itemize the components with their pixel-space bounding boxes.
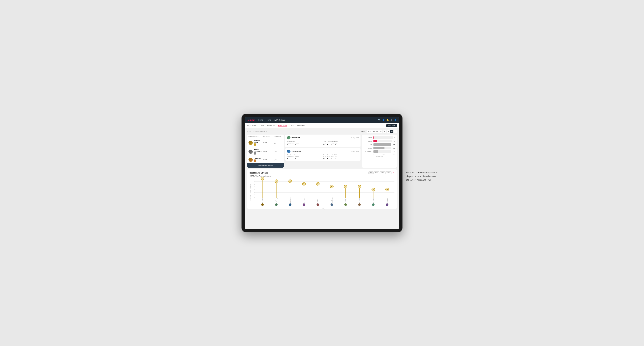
bar-row: Eagles 3 <box>364 136 395 139</box>
bar-row: D. Bogeys + 131 <box>364 150 395 153</box>
josh-arg-val: 0 <box>331 157 332 159</box>
grid-view-btn[interactable]: ◼ <box>383 130 386 133</box>
josh-practice-label: Practice <box>295 156 299 157</box>
axis-200: 200 <box>382 154 385 155</box>
rees-rounds-label: Total Rounds <box>287 141 322 142</box>
streak-badge: 6x <box>288 179 292 183</box>
rees-putt-label: PUTT <box>335 142 338 144</box>
player-avg-2: 107 <box>274 151 282 153</box>
player-info-1: Richard Butler 1 <box>248 140 263 146</box>
bar-label: Pars <box>364 144 372 145</box>
subnav-hcaps[interactable]: Hcaps 1-5 <box>267 124 275 127</box>
avatar-icon[interactable]: 👤 <box>394 119 396 121</box>
add-team-button[interactable]: Add Team <box>386 124 397 127</box>
streak-avatar <box>358 203 361 206</box>
streak-bar-group: 4x <box>339 178 352 198</box>
rees-card-header: Rees Britt 02 Sep 2023 <box>287 136 359 140</box>
filter-ott[interactable]: OTT <box>368 172 374 174</box>
avatar-2 <box>248 150 253 154</box>
josh-tournament-val: 7 <box>287 157 288 159</box>
subnav-pga[interactable]: PGA <box>260 124 264 127</box>
streak-avatar <box>275 203 278 206</box>
filter-putt[interactable]: PUTT <box>385 172 392 174</box>
bar-fill <box>374 147 384 149</box>
josh-avatar <box>287 150 290 153</box>
search-icon[interactable]: 🔍 <box>378 119 380 121</box>
rees-practice-val: 4 <box>295 144 296 146</box>
streaks-title: Best Round Streaks <box>250 172 268 174</box>
player-name-label: B. McHarg <box>275 198 278 203</box>
josh-rounds-label: Total Rounds <box>287 154 322 156</box>
player-score-1: 19/20 <box>263 142 274 144</box>
subnav-tour[interactable]: Tour <box>290 124 294 127</box>
player-score-3: 17/20 <box>263 159 274 161</box>
filter-arg[interactable]: ARG <box>380 172 385 174</box>
edit-icon[interactable]: ✎ <box>266 131 267 133</box>
streaks-header: Best Round Streaks ← OTT APP ARG PUTT ← <box>250 172 394 174</box>
player-name-label: J. Coles <box>304 198 305 203</box>
josh-app-val: 0 <box>327 157 328 159</box>
streak-avatar <box>261 203 264 206</box>
bar-container <box>374 147 391 149</box>
view-leaderboard-button[interactable]: View Full Leaderboard <box>247 163 284 168</box>
leaderboard-card: PLAYER NAME PB SCORE PB AVG SQ <box>247 135 284 168</box>
card-view-btn[interactable]: ☷ <box>390 130 394 133</box>
player-name-label: C. Quick <box>386 198 388 203</box>
team-header: Team Clippd 14 Players ✎ Show Last 3 mon… <box>247 130 397 133</box>
streak-bar-group: 3x <box>367 178 380 198</box>
nav-my-performance[interactable]: My Performance <box>274 119 286 121</box>
player-count: 14 Players <box>257 131 265 133</box>
table-row[interactable]: Richard Butler 1 19/20 110 <box>247 138 284 147</box>
table-row[interactable]: Edward Crossman 2 18/20 107 <box>247 147 284 156</box>
bar-chart: Eagles 3 Birdies 96 Pars 499 Bogeys 311 … <box>364 136 395 153</box>
nav-home[interactable]: Home <box>258 119 263 121</box>
arrow-pointer: ← <box>269 172 271 174</box>
rank-badge-3: 3 <box>254 159 256 162</box>
nav-teams[interactable]: Teams <box>266 119 271 121</box>
player-name-label: M. Miller <box>359 198 360 203</box>
navbar-right: 🔍 👤 🔔 ⚙ 👤 <box>378 119 396 121</box>
streak-badge: 5x <box>302 182 306 185</box>
rees-practice-act-label: Total Practice Activities <box>324 141 359 142</box>
streak-avatar <box>289 203 292 206</box>
bar-row: Pars 499 <box>364 143 395 146</box>
view-icons: ◼ ☰ ☷ ≣ <box>383 130 397 133</box>
user-icon[interactable]: 👤 <box>382 119 385 121</box>
table-view-btn[interactable]: ≣ <box>394 130 397 133</box>
rees-putt-val: 0 <box>335 144 336 146</box>
team-controls: Show Last 3 months ◼ ☰ ☷ ≣ <box>361 130 397 133</box>
list-view-btn[interactable]: ☰ <box>387 130 390 133</box>
rees-app-val: 0 <box>327 144 328 146</box>
josh-app-label: APP <box>327 156 330 157</box>
y-3: 3 <box>254 189 254 190</box>
rees-practice-label: Practice <box>295 142 299 144</box>
axis-400: 400 <box>393 154 395 155</box>
show-label: Show <box>361 131 365 133</box>
annotation-text: Here you can see streaks your players ha… <box>406 171 441 182</box>
josh-practice-act-label: Total Practice Activities <box>324 154 359 156</box>
josh-putt-val: 1 <box>335 157 336 159</box>
player-name-label: D. Ford <box>345 198 346 203</box>
main-nav: Home Teams My Performance <box>258 119 286 121</box>
bar-label: Bogeys <box>364 147 372 149</box>
subnav-pgat[interactable]: PGAT Players <box>247 124 258 127</box>
bar-container <box>374 136 393 139</box>
settings-icon[interactable]: ⚙ <box>390 119 392 121</box>
bell-icon[interactable]: 🔔 <box>386 119 389 121</box>
subnav-all-players[interactable]: All Players <box>297 124 305 127</box>
streak-badge: 3x <box>385 188 389 191</box>
josh-card-header: Josh Coles 26 Aug 2023 <box>287 150 359 153</box>
rees-avatar <box>287 136 290 140</box>
bar-container <box>374 140 392 142</box>
middle-cards: Rees Britt 02 Sep 2023 Total Rounds Tour… <box>285 135 360 168</box>
streak-bar-group: 3x <box>380 178 394 198</box>
chart-x-axis: 0 200 400 <box>364 154 395 155</box>
filter-app[interactable]: APP <box>374 172 379 174</box>
rees-tournament-label: Tournament <box>287 142 294 144</box>
subnav-team-clippd[interactable]: Team Clippd <box>278 124 287 127</box>
bar-fill <box>374 150 378 153</box>
period-select[interactable]: Last 3 months <box>366 130 382 133</box>
player-name-1: Richard Butler <box>254 140 263 143</box>
streak-chart: Best Streak, Fairway Accuracy 7 6 5 4 3 … <box>250 178 394 206</box>
table-row[interactable]: Cameron... 3 17/20 103 <box>247 156 284 163</box>
